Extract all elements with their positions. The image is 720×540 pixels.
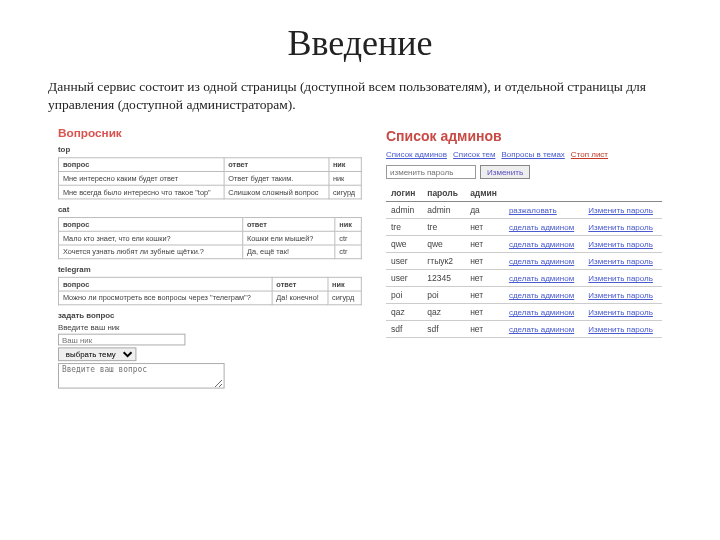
change-password-link[interactable]: Изменить пароль [588,223,653,232]
table-row: Мало кто знает, что ели кошки?Кошки ели … [58,232,361,246]
table-row: Хочется узнать любят ли зубные щётки.?Да… [58,245,361,259]
admin-nav-link[interactable]: Стоп лист [571,150,608,159]
col-header: вопрос [58,218,242,232]
slide: Введение Данный сервис состоит из одной … [0,0,720,398]
slide-title: Введение [48,22,672,64]
question-sections: topвопросответникМне интересно каким буд… [58,146,362,306]
table-row: Мне всегда было интересно что такое "top… [58,186,361,200]
change-password-link[interactable]: Изменить пароль [588,240,653,249]
table-row: user12345нетсделать админомИзменить паро… [386,270,662,287]
questionnaire-screenshot: Вопросник topвопросответникМне интересно… [58,122,362,392]
admins-table: логинпарольадмин adminadminдаразжаловать… [386,185,662,338]
promote-link[interactable]: сделать админом [509,291,574,300]
table-row: qweqweнетсделать админомИзменить пароль [386,236,662,253]
slide-description: Данный сервис состоит из одной страницы … [48,78,672,114]
admins-screenshot: Список админов Список админовСписок темВ… [386,122,662,398]
questions-table: вопросответникМне интересно каким будет … [58,158,362,200]
section-name: cat [58,206,362,215]
change-password-link[interactable]: Изменить пароль [588,206,653,215]
col-header: ник [335,218,361,232]
promote-link[interactable]: сделать админом [509,274,574,283]
admin-nav-link[interactable]: Список тем [453,150,495,159]
demote-link[interactable]: разжаловать [509,206,557,215]
table-row: qazqazнетсделать админомИзменить пароль [386,304,662,321]
col-header: ник [328,158,361,172]
section-name: top [58,146,362,155]
admins-table-head: логинпарольадмин [386,185,662,202]
screenshots-row: Вопросник topвопросответникМне интересно… [48,122,672,398]
table-row: adminadminдаразжаловатьИзменить пароль [386,202,662,219]
change-password-link[interactable]: Изменить пароль [588,274,653,283]
table-row: sdfsdfнетсделать админомИзменить пароль [386,321,662,338]
change-password-link[interactable]: Изменить пароль [588,257,653,266]
admin-nav-links: Список админовСписок темВопросы в темахС… [386,150,662,159]
col-header: ник [328,278,362,292]
topic-select[interactable]: выбрать тему [58,348,136,362]
change-password-button[interactable]: Изменить [480,165,530,179]
col-header: ответ [272,278,328,292]
nick-label: Введите ваш ник [58,323,362,332]
table-row: Мне интересно каким будет ответОтвет буд… [58,172,361,186]
admin-nav-link[interactable]: Вопросы в темах [501,150,564,159]
change-password-row: Изменить [386,165,662,179]
change-password-link[interactable]: Изменить пароль [588,291,653,300]
table-row: userгтыук2нетсделать админомИзменить пар… [386,253,662,270]
section-name: telegram [58,266,362,275]
admin-nav-link[interactable]: Список админов [386,150,447,159]
promote-link[interactable]: сделать админом [509,308,574,317]
promote-link[interactable]: сделать админом [509,240,574,249]
question-textarea[interactable] [58,364,225,389]
ask-question-form: Введите ваш ник выбрать тему [58,323,362,391]
ask-question-title: задать вопрос [58,312,362,321]
admins-heading: Список админов [386,128,662,144]
col-header: ответ [224,158,329,172]
change-password-link[interactable]: Изменить пароль [588,325,653,334]
change-password-input[interactable] [386,165,476,179]
promote-link[interactable]: сделать админом [509,325,574,334]
questionnaire-heading: Вопросник [58,126,362,140]
promote-link[interactable]: сделать админом [509,223,574,232]
table-row: tretreнетсделать админомИзменить пароль [386,219,662,236]
col-header: вопрос [58,278,271,292]
col-header: вопрос [58,158,223,172]
questions-table: вопросответникМожно ли просмотреть все в… [58,277,362,305]
table-row: poipoiнетсделать админомИзменить пароль [386,287,662,304]
promote-link[interactable]: сделать админом [509,257,574,266]
admins-table-body: adminadminдаразжаловатьИзменить парольtr… [386,202,662,338]
table-row: Можно ли просмотреть все вопросы через "… [58,291,361,305]
col-header: ответ [243,218,335,232]
change-password-link[interactable]: Изменить пароль [588,308,653,317]
questions-table: вопросответникМало кто знает, что ели ко… [58,217,362,259]
nick-input[interactable] [58,334,185,346]
